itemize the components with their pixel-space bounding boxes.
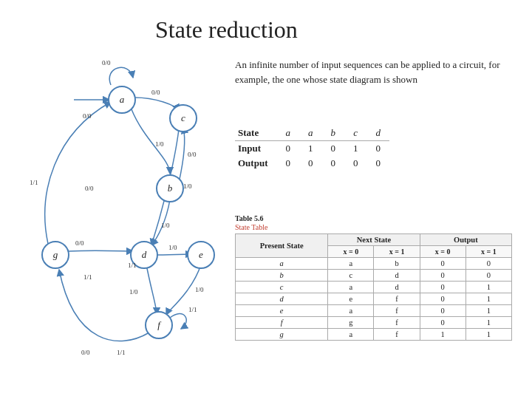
- data-cell: 0: [420, 270, 466, 282]
- present-state-cell: g: [236, 329, 328, 341]
- table56-title: Table 5.6: [235, 214, 264, 222]
- present-state-cell: d: [236, 293, 328, 305]
- table-row: bcd00: [236, 270, 512, 282]
- data-cell: f: [374, 317, 420, 329]
- data-cell: c: [328, 270, 374, 282]
- data-cell: 1: [466, 317, 511, 329]
- svg-text:b: b: [168, 183, 173, 194]
- present-state-cell: c: [236, 282, 328, 293]
- svg-text:g: g: [53, 249, 58, 260]
- svg-text:1/0: 1/0: [129, 288, 138, 296]
- input-val-2: 0: [321, 141, 344, 157]
- output-header: Output: [420, 234, 511, 246]
- sub-o-x1: x = 1: [466, 246, 511, 258]
- svg-text:1/1: 1/1: [188, 306, 197, 313]
- svg-text:0/0: 0/0: [102, 59, 111, 66]
- svg-text:1/1: 1/1: [30, 179, 38, 186]
- data-cell: 0: [466, 270, 511, 282]
- sub-ns-x0: x = 0: [328, 246, 374, 258]
- svg-text:d: d: [142, 249, 147, 260]
- col-header-state: State: [235, 126, 276, 141]
- data-cell: 0: [420, 282, 466, 293]
- output-val-1: 0: [299, 156, 322, 171]
- state-table-top: State a a b c d Input 0 1 0 1 0 Output 0…: [235, 126, 389, 171]
- data-cell: 0: [420, 305, 466, 317]
- col-header-d: d: [366, 126, 389, 141]
- data-cell: 0: [420, 258, 466, 270]
- data-cell: 1: [466, 282, 511, 293]
- table-row: cad01: [236, 282, 512, 293]
- col-header-a1: a: [276, 126, 299, 141]
- next-state-header: Next State: [328, 234, 420, 246]
- svg-text:e: e: [199, 249, 203, 260]
- data-cell: 0: [466, 258, 511, 270]
- state-diagram: 0/0 1/0 0/0 0/0 1/0 1/0 0/0 1/0 1/0 1/0 …: [15, 44, 229, 384]
- input-label: Input: [235, 141, 276, 157]
- output-label: Output: [235, 156, 276, 171]
- table-row: def01: [236, 293, 512, 305]
- svg-text:1/0: 1/0: [183, 183, 192, 190]
- data-cell: 1: [420, 329, 466, 341]
- data-cell: f: [374, 293, 420, 305]
- svg-text:0/0: 0/0: [188, 151, 197, 158]
- svg-text:1/0: 1/0: [168, 244, 177, 251]
- input-val-0: 0: [276, 141, 299, 157]
- svg-text:0/0: 0/0: [83, 112, 92, 120]
- svg-text:1/0: 1/0: [195, 286, 204, 293]
- sub-o-x0: x = 0: [420, 246, 466, 258]
- table-row: aab00: [236, 258, 512, 270]
- table-row: fgf01: [236, 317, 512, 329]
- svg-text:c: c: [181, 112, 185, 123]
- svg-text:1/1: 1/1: [83, 273, 92, 281]
- data-cell: f: [374, 329, 420, 341]
- present-state-cell: a: [236, 258, 328, 270]
- state-table-main: Present State Next State Output x = 0 x …: [235, 233, 512, 341]
- present-state-cell: e: [236, 305, 328, 317]
- output-val-3: 0: [344, 156, 367, 171]
- data-cell: 0: [420, 293, 466, 305]
- svg-text:1/1: 1/1: [128, 262, 137, 269]
- page-title: State reduction: [155, 16, 298, 44]
- data-cell: 0: [420, 317, 466, 329]
- table-row: gaf11: [236, 329, 512, 341]
- data-cell: a: [328, 329, 374, 341]
- present-state-cell: b: [236, 270, 328, 282]
- data-cell: 1: [466, 305, 511, 317]
- svg-text:1/0: 1/0: [161, 222, 170, 229]
- table-row: eaf01: [236, 305, 512, 317]
- data-cell: d: [374, 270, 420, 282]
- data-cell: 1: [466, 293, 511, 305]
- svg-text:1/1: 1/1: [117, 349, 126, 356]
- output-val-4: 0: [366, 156, 389, 171]
- svg-text:0/0: 0/0: [75, 239, 84, 247]
- data-cell: a: [328, 282, 374, 293]
- data-cell: 1: [466, 329, 511, 341]
- sub-ns-x1: x = 1: [374, 246, 420, 258]
- present-state-cell: f: [236, 317, 328, 329]
- svg-text:0/0: 0/0: [85, 185, 94, 192]
- data-cell: d: [374, 282, 420, 293]
- svg-text:a: a: [120, 94, 125, 105]
- output-val-2: 0: [321, 156, 344, 171]
- description-text: An infinite number of input sequences ca…: [235, 58, 508, 86]
- data-cell: f: [374, 305, 420, 317]
- input-val-1: 1: [299, 141, 322, 157]
- data-cell: g: [328, 317, 374, 329]
- output-val-0: 0: [276, 156, 299, 171]
- present-state-header: Present State: [236, 234, 328, 258]
- input-val-4: 0: [366, 141, 389, 157]
- data-cell: e: [328, 293, 374, 305]
- svg-text:1/0: 1/0: [155, 140, 164, 148]
- col-header-c: c: [344, 126, 367, 141]
- svg-text:0/0: 0/0: [151, 89, 160, 96]
- col-header-b: b: [321, 126, 344, 141]
- col-header-a2: a: [299, 126, 322, 141]
- data-cell: b: [374, 258, 420, 270]
- data-cell: a: [328, 305, 374, 317]
- table56-subtitle: State Table: [235, 223, 267, 231]
- svg-text:0/0: 0/0: [81, 349, 90, 356]
- input-val-3: 1: [344, 141, 367, 157]
- data-cell: a: [328, 258, 374, 270]
